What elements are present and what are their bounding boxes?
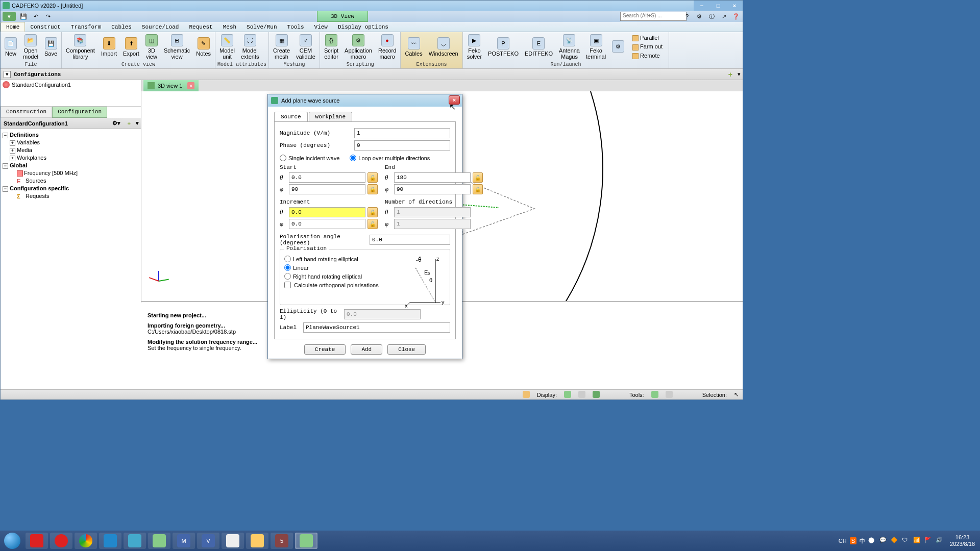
tree-toggle[interactable]: − [3, 133, 8, 138]
dialog-tab-workplane[interactable]: Workplane [309, 112, 352, 121]
tray-flag-icon[interactable]: 🚩 [924, 537, 933, 545]
tray-network-icon[interactable]: 📶 [913, 537, 921, 545]
start-phi-input[interactable] [289, 184, 365, 194]
app-menu-button[interactable]: ▾ [3, 12, 16, 21]
antenna-magus-button[interactable]: 📡Antenna Magus [557, 33, 582, 61]
settings-icon[interactable]: ⚙ [695, 12, 704, 21]
increment-phi-input[interactable] [289, 219, 365, 229]
tab-request[interactable]: Request [184, 22, 217, 32]
taskbar-chrome[interactable] [75, 533, 97, 549]
tray-volume-icon[interactable]: 🔊 [936, 537, 944, 545]
panel-dropdown[interactable]: ▾ [136, 120, 139, 127]
single-wave-radio[interactable]: Single incident wave [280, 155, 339, 161]
tree-variables[interactable]: +Variables [3, 139, 139, 146]
tree-global[interactable]: −Global [3, 162, 139, 169]
import-button[interactable]: ⬇Import [99, 33, 119, 61]
schematic-view-button[interactable]: ⊞Schematic view [162, 33, 192, 61]
tree-config-specific[interactable]: −Configuration specific [3, 185, 139, 192]
component-library-button[interactable]: 📚Component library [64, 33, 97, 61]
tree-requests[interactable]: Σ Requests [3, 192, 139, 200]
tree-toggle[interactable]: + [10, 148, 15, 154]
taskbar-app-6[interactable] [148, 533, 170, 549]
windscreen-button[interactable]: ◡Windscreen [427, 33, 460, 61]
parallel-button[interactable]: Parallel [631, 34, 664, 42]
increment-theta-input[interactable] [289, 207, 365, 217]
undo-icon[interactable]: ↶ [31, 12, 40, 21]
view-context-tab[interactable]: 3D View [317, 11, 368, 22]
lock-icon[interactable]: 🔓 [473, 172, 483, 183]
lock-icon[interactable]: 🔓 [368, 207, 378, 217]
farm-out-button[interactable]: Farm out [631, 43, 664, 51]
display-icon-2[interactable] [578, 391, 585, 399]
info-icon[interactable]: ⓘ [707, 12, 716, 21]
phase-input[interactable] [354, 140, 450, 151]
save-icon[interactable]: 💾 [19, 12, 28, 21]
selection-icon[interactable]: ↖ [734, 391, 739, 398]
tab-construct[interactable]: Construct [25, 22, 65, 32]
tree-toggle[interactable]: − [3, 163, 8, 169]
taskbar-app-2[interactable] [50, 533, 72, 549]
open-model-button[interactable]: 📂Open model [21, 33, 40, 61]
end-theta-input[interactable] [394, 172, 471, 183]
save-button[interactable]: 💾Save [42, 33, 59, 61]
window-close-button[interactable]: × [726, 1, 743, 11]
clock[interactable]: 16:23 2023/8/18 [947, 534, 978, 547]
tab-home[interactable]: Home [1, 22, 25, 32]
config-item[interactable]: StandardConfiguration1 [1, 80, 141, 89]
tree-sources[interactable]: E Sources [3, 177, 139, 185]
lock-icon[interactable]: 🔓 [368, 172, 378, 183]
extra-help-icon[interactable]: ❓ [731, 12, 741, 21]
new-button[interactable]: 📄New [3, 33, 19, 61]
lang-indicator[interactable]: 中 [860, 537, 865, 545]
view-tab-close[interactable]: × [187, 82, 194, 89]
start-button[interactable] [0, 531, 24, 551]
create-button[interactable]: Create [304, 344, 346, 355]
status-app-icon[interactable] [523, 391, 530, 399]
dialog-title-bar[interactable]: Add plane wave source × [268, 94, 462, 107]
taskbar-app-5[interactable] [124, 533, 146, 549]
postfeko-button[interactable]: PPOSTFEKO [486, 33, 521, 61]
tray-shield-icon[interactable]: 🛡 [902, 537, 910, 545]
magnitude-input[interactable] [354, 128, 450, 138]
tab-source-load[interactable]: Source/Load [137, 22, 184, 32]
end-phi-input[interactable] [394, 184, 471, 194]
panel-gear-icon[interactable]: ⚙▾ [112, 120, 120, 127]
tab-configuration[interactable]: Configuration [52, 107, 107, 118]
tab-mesh[interactable]: Mesh [218, 22, 241, 32]
remote-button[interactable]: Remote [631, 52, 664, 60]
model-extents-button[interactable]: ⛶Model extents [239, 33, 261, 61]
tab-view[interactable]: View [309, 22, 333, 32]
tab-display-options[interactable]: Display options [333, 22, 394, 32]
tray-icon-1[interactable]: ⬤ [868, 537, 876, 545]
maximize-button[interactable]: □ [710, 1, 726, 11]
ime-indicator[interactable]: CH [839, 538, 847, 544]
view-tab[interactable]: 3D view 1 × [143, 80, 199, 91]
export-button[interactable]: ⬆Export [121, 33, 141, 61]
tools-icon-1[interactable] [651, 391, 658, 399]
tray-chat-icon[interactable]: 💬 [879, 537, 888, 545]
display-icon-3[interactable] [593, 391, 600, 399]
taskbar-app-1[interactable] [26, 533, 48, 549]
model-unit-button[interactable]: 📏Model unit [217, 33, 237, 61]
add-button[interactable]: Add [351, 344, 382, 355]
taskbar-visio[interactable]: V [197, 533, 219, 549]
taskbar-explorer[interactable] [246, 533, 268, 549]
run-options-button[interactable]: ⚙ [610, 33, 626, 61]
search-input[interactable] [623, 13, 684, 18]
help-icon[interactable]: ? [682, 12, 692, 21]
loop-directions-radio[interactable]: Loop over multiple directions [350, 155, 430, 161]
tree-definitions[interactable]: −Definitions [3, 131, 139, 139]
close-button[interactable]: Close [387, 344, 426, 355]
display-icon-1[interactable] [564, 391, 571, 399]
dialog-tab-source[interactable]: Source [274, 112, 308, 121]
pol-angle-input[interactable] [370, 235, 450, 245]
tab-construction[interactable]: Construction [1, 107, 52, 118]
taskbar-app-9[interactable] [222, 533, 244, 549]
tray-icon-3[interactable]: 🔶 [891, 537, 899, 545]
tree-media[interactable]: +Media [3, 146, 139, 154]
taskbar-cadfeko[interactable] [295, 533, 317, 549]
collapse-toggle[interactable]: ▾ [4, 71, 11, 78]
add-config-button[interactable]: + [728, 70, 732, 79]
tree-frequency[interactable]: Frequency [500 MHz] [3, 169, 139, 177]
lock-icon[interactable]: 🔓 [368, 184, 378, 194]
